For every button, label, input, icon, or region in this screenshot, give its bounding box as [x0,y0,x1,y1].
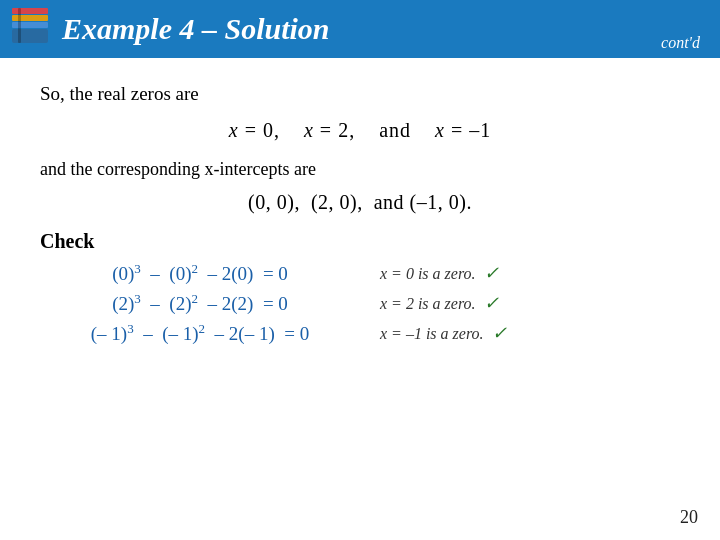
check-note-1: x = 0 is a zero. ✓ [380,262,499,284]
svg-rect-1 [12,15,48,21]
check-note-2: x = 2 is a zero. ✓ [380,292,499,314]
header-title: Example 4 – Solution [62,12,661,46]
svg-rect-0 [12,8,48,14]
main-content: So, the real zeros are x = 0, x = 2, and… [0,58,720,361]
check-equation-3: (– 1)3 – (– 1)2 – 2(– 1) = 0 [40,321,360,345]
zeros-equation: x = 0, x = 2, and x = –1 [40,119,680,142]
check-label: Check [40,230,680,253]
svg-rect-4 [18,8,21,43]
intro-text: So, the real zeros are [40,80,680,109]
svg-rect-2 [12,22,48,28]
header-contd: cont'd [661,34,700,58]
svg-rect-3 [12,29,48,43]
check-equation-1: (0)3 – (0)2 – 2(0) = 0 [40,261,360,285]
page-number: 20 [680,507,698,528]
header-bar: Example 4 – Solution cont'd [0,0,720,58]
check-note-3: x = –1 is a zero. ✓ [380,322,507,344]
check-row-3: (– 1)3 – (– 1)2 – 2(– 1) = 0 x = –1 is a… [40,321,680,345]
check-row-2: (2)3 – (2)2 – 2(2) = 0 x = 2 is a zero. … [40,291,680,315]
check-row-1: (0)3 – (0)2 – 2(0) = 0 x = 0 is a zero. … [40,261,680,285]
check-section: Check (0)3 – (0)2 – 2(0) = 0 x = 0 is a … [40,230,680,346]
book-icon [10,4,56,54]
check-equation-2: (2)3 – (2)2 – 2(2) = 0 [40,291,360,315]
intercepts-list: (0, 0), (2, 0), and (–1, 0). [40,191,680,214]
intercepts-intro: and the corresponding x-intercepts are [40,156,680,183]
